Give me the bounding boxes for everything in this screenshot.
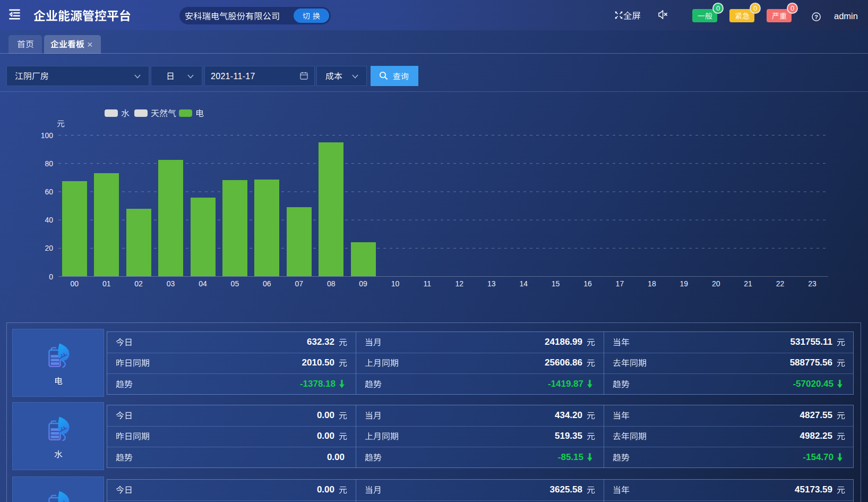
- svg-text:?: ?: [814, 14, 818, 20]
